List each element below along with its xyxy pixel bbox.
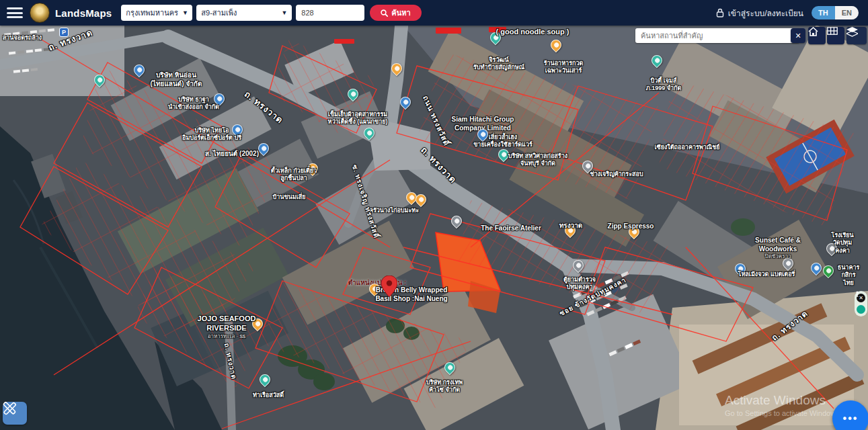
- layers-icon: [846, 27, 858, 37]
- satellite-map-canvas[interactable]: [0, 26, 868, 430]
- map-poi-label[interactable]: โรงเรียนวัดปทุมคงคา: [830, 232, 855, 255]
- map-poi-label[interactable]: บริษัท กรุงเทพ ค้าโซ่ จำกัด: [426, 379, 463, 394]
- chevron-down-icon: ▼: [182, 9, 188, 16]
- map-poi-label[interactable]: บริษัท หินอ่อน (ไทยแลนด์) จำกัด: [151, 71, 202, 88]
- lang-th-button[interactable]: TH: [812, 6, 835, 19]
- lands-department-logo: [30, 3, 50, 23]
- login-register-link[interactable]: เข้าสู่ระบบ/ลงทะเบียน: [716, 7, 803, 19]
- measure-tools-icon: [3, 402, 16, 415]
- map-poi-label[interactable]: เซียงใต้ถออาคารพาณิชย์: [654, 144, 719, 151]
- map-poi-label[interactable]: ช่างเจริญค้ากระสอบ: [590, 171, 643, 178]
- hamburger-menu-icon[interactable]: [7, 7, 23, 18]
- chevron-down-icon: ▼: [281, 9, 287, 16]
- lock-icon: [716, 8, 724, 17]
- home-button[interactable]: [808, 27, 826, 44]
- map-sheet-select[interactable]: ส9-สามเพ็ง▼: [196, 5, 292, 21]
- map-poi-label[interactable]: บิวตี้ เจมส์ ภ.1999 จำกัด: [646, 77, 682, 93]
- place-search-input[interactable]: [635, 28, 799, 43]
- map-poi-label[interactable]: ท่าเรือสวัสดิ์: [253, 392, 284, 399]
- map-poi-label[interactable]: ร้านอาหารกวด เฉพาะวันเสาร์: [544, 60, 584, 75]
- map-poi-label[interactable]: ( good noodle soup ): [496, 28, 569, 37]
- map-poi-label[interactable]: จิรวัฒน์ รับทำป้ายสัญลักษณ์: [473, 56, 524, 72]
- grid-button[interactable]: [827, 27, 844, 44]
- map-poi-label[interactable]: Sunset Café & Woodworksปิดชั่วคราว: [755, 236, 801, 260]
- map-poi-label[interactable]: ทรงวาด: [559, 222, 583, 230]
- app-title: LandsMaps: [55, 7, 112, 19]
- map-poi-label[interactable]: บริษัท ธาฐา นำเข้าส่งออก จำกัด: [168, 96, 219, 112]
- map-poi-label[interactable]: เข็มเย็บผ้าอุตสาหกรรม หว่าเต็ดชิ้ง (แผนก…: [328, 111, 388, 126]
- clear-search-button[interactable]: ✕: [791, 28, 805, 43]
- language-toggle: TH EN: [812, 6, 859, 19]
- map-poi-label[interactable]: บริษัท ไทยโอ อิมปอร์ตเอ็กซ์ปอร์ต ปรี: [182, 127, 241, 142]
- measure-tools-button[interactable]: [3, 402, 27, 425]
- parcel-number-input[interactable]: [296, 5, 364, 21]
- map-poi-label[interactable]: JOJO SEAFOOD RIVERSIDEอาหารทะเล · $$: [198, 314, 256, 340]
- chat-button[interactable]: •••: [832, 400, 868, 430]
- province-select[interactable]: กรุงเทพมหานคร▼: [121, 5, 192, 21]
- map-poi-label[interactable]: บริษัท สหวิศาลก่อสร้าง จันทบุรี จำกัด: [508, 153, 567, 168]
- lang-en-button[interactable]: EN: [835, 6, 859, 19]
- grid-icon: [827, 27, 838, 35]
- map-poi-label[interactable]: ลานจอดรถล้าง: [3, 34, 42, 42]
- map-poi-label[interactable]: บ้านขนมเสี่ย: [273, 194, 306, 201]
- magnifier-icon: [381, 9, 388, 17]
- top-navbar: LandsMaps กรุงเทพมหานคร▼ ส9-สามเพ็ง▼ ค้น…: [0, 0, 868, 26]
- home-icon: [808, 27, 818, 36]
- search-button[interactable]: ค้นหา: [370, 5, 421, 21]
- map-poi-label[interactable]: ธนาคารกสิกรไทย: [838, 264, 860, 287]
- map-poi-label[interactable]: ตั้วเหล็ก ก๋วยเตี๋ยว ลูกชิ้นปลา: [271, 167, 317, 183]
- map-poi-label[interactable]: ส. ไทยยนต์ (2002): [205, 150, 259, 159]
- map-poi-label[interactable]: Zipp Espresso: [608, 222, 654, 231]
- map-poi-label[interactable]: โหลเม้งจวด แบตเตอรี่: [738, 271, 795, 278]
- map-poi-label[interactable]: ตู้ยามตำรวจ ปทุมคงคา: [563, 276, 596, 292]
- pegman-icon[interactable]: [857, 305, 865, 314]
- map-poi-label[interactable]: ครัวนางไก่อบมะทะ: [369, 207, 419, 214]
- map-viewport: P ลานจอดรถล้าง( good noodle soup )จิรวัฒ…: [0, 26, 868, 430]
- layers-button[interactable]: [846, 27, 867, 44]
- streetview-control: ✕: [855, 291, 867, 316]
- map-poi-label[interactable]: The Faoirse Atelier: [481, 224, 541, 233]
- map-poi-label[interactable]: เลี่ยวล้ำเฮง ขายเครื่องใช้ฮาร์ดแวร์: [473, 134, 532, 149]
